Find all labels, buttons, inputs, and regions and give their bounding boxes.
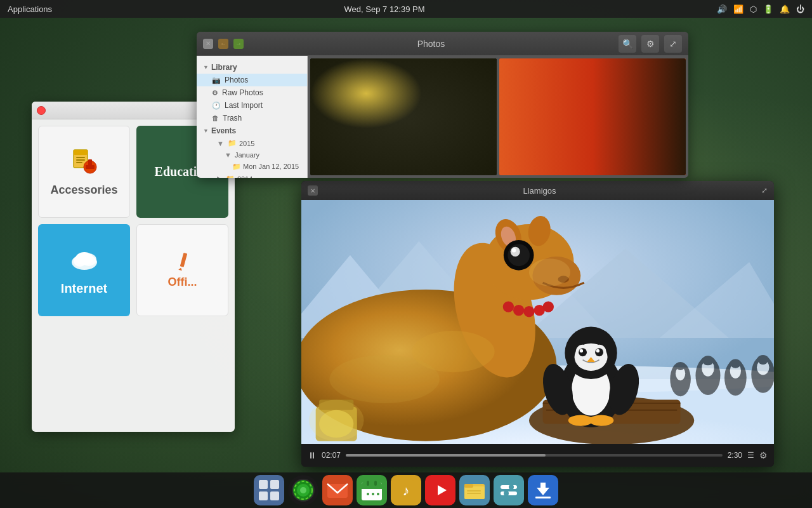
- sidebar-item-photos[interactable]: 📷 Photos: [197, 74, 307, 86]
- sidebar-trash-label: Trash: [223, 114, 242, 123]
- sidebar-events-header[interactable]: ▼ Events: [197, 124, 307, 137]
- sidebar-tree-2015[interactable]: ▼ 📁 2015: [197, 137, 307, 149]
- svg-rect-3: [76, 159, 85, 161]
- sidebar-raw-label: Raw Photos: [222, 88, 263, 97]
- dock-item-download[interactable]: [528, 475, 558, 505]
- video-settings-icon[interactable]: ⚙: [759, 450, 768, 460]
- app-tile-accessories[interactable]: Accessories: [38, 126, 130, 218]
- office-label: Offi...: [168, 276, 197, 289]
- svg-point-124: [529, 258, 570, 286]
- photos-forward-button[interactable]: →: [233, 39, 244, 49]
- video-scene: [301, 200, 774, 444]
- dock-item-mail[interactable]: [322, 475, 353, 505]
- photos-search-button[interactable]: 🔍: [619, 35, 636, 53]
- svg-point-43: [625, 147, 631, 154]
- dock-item-music[interactable]: ♪: [391, 475, 421, 505]
- photos-fullscreen-button[interactable]: ⤢: [664, 35, 682, 53]
- svg-point-77: [758, 356, 768, 364]
- sidebar-library-header[interactable]: ▼ Library: [197, 61, 307, 74]
- dock-item-browser[interactable]: [288, 475, 318, 505]
- svg-rect-38: [538, 86, 542, 99]
- dock-item-video[interactable]: [425, 475, 455, 505]
- browser-icon: [291, 478, 316, 503]
- photos-titlebar: ✕ ← → Photos 🔍 ⚙ ⤢: [197, 32, 688, 56]
- svg-rect-137: [362, 486, 382, 489]
- sidebar-tree-january[interactable]: ▼ January: [197, 149, 307, 161]
- svg-point-89: [508, 244, 530, 266]
- svg-point-99: [329, 355, 440, 403]
- sidebar-item-last-import[interactable]: 🕐 Last Import: [197, 99, 307, 112]
- sidebar-photos-label: Photos: [225, 76, 248, 84]
- photo-thumb-bike[interactable]: [499, 58, 686, 175]
- app-menu-close-button[interactable]: [37, 106, 46, 115]
- office-pencil-icon: [173, 251, 192, 271]
- svg-marker-13: [178, 267, 183, 271]
- svg-point-94: [513, 305, 524, 316]
- video-window: ✕ Llamigos ⤢: [301, 181, 774, 467]
- dock-item-files[interactable]: [459, 475, 490, 505]
- app-tile-internet[interactable]: Internet: [38, 224, 130, 316]
- video-pause-button[interactable]: ⏸: [308, 450, 317, 460]
- svg-point-18: [357, 83, 379, 102]
- dock-item-calendar[interactable]: [357, 475, 387, 505]
- svg-rect-128: [270, 491, 279, 500]
- svg-rect-4: [76, 162, 82, 163]
- video-expand-button[interactable]: ⤢: [761, 186, 768, 195]
- notification-icon[interactable]: 🔔: [780, 4, 790, 14]
- mail-icon: [326, 479, 349, 502]
- svg-point-25: [420, 129, 438, 147]
- photos-body: ▼ Library 📷 Photos ⚙ Raw Photos 🕐 Last I…: [197, 56, 688, 178]
- video-close-button[interactable]: ✕: [308, 185, 318, 196]
- sidebar-item-trash[interactable]: 🗑 Trash: [197, 112, 307, 124]
- svg-rect-7: [86, 165, 95, 169]
- photo-thumb-flowers[interactable]: [310, 58, 497, 175]
- power-icon[interactable]: ⏻: [796, 4, 804, 14]
- bluetooth-icon[interactable]: ⬡: [750, 4, 757, 14]
- svg-rect-152: [499, 480, 519, 500]
- sidebar-tree-2014[interactable]: ▶ 📁 2014: [197, 173, 307, 178]
- svg-line-49: [638, 127, 641, 131]
- svg-point-24: [432, 123, 452, 144]
- svg-point-95: [523, 306, 534, 317]
- svg-point-37: [596, 123, 601, 128]
- dock-item-window-switcher[interactable]: [254, 475, 284, 505]
- applications-menu-label[interactable]: Applications: [8, 4, 52, 14]
- sidebar-tree-jan12[interactable]: 📁 Mon Jan 12, 2015: [197, 161, 307, 173]
- svg-rect-33: [560, 80, 605, 164]
- svg-rect-127: [259, 491, 268, 500]
- svg-point-21: [388, 122, 478, 161]
- svg-rect-32: [557, 77, 608, 167]
- photos-close-button[interactable]: ✕: [203, 39, 213, 49]
- video-volume-icon[interactable]: ☰: [747, 451, 754, 460]
- sidebar-item-raw-photos[interactable]: ⚙ Raw Photos: [197, 86, 307, 99]
- svg-rect-14: [310, 58, 497, 175]
- svg-rect-1: [74, 150, 88, 155]
- photos-sidebar: ▼ Library 📷 Photos ⚙ Raw Photos 🕐 Last I…: [197, 56, 308, 178]
- settings-toggle-icon: [497, 479, 520, 502]
- svg-line-51: [641, 127, 644, 131]
- battery-icon[interactable]: 🔋: [763, 4, 773, 14]
- sidebar-last-import-label: Last Import: [225, 101, 263, 110]
- svg-point-69: [702, 357, 713, 365]
- svg-line-46: [628, 131, 641, 150]
- wifi-icon[interactable]: 📶: [733, 4, 743, 14]
- video-progress-bar[interactable]: [346, 454, 723, 457]
- app-tile-office[interactable]: Offi...: [136, 224, 228, 316]
- last-import-icon: 🕐: [212, 102, 221, 110]
- video-icon: [429, 479, 452, 502]
- video-title: Llamigos: [523, 186, 556, 196]
- svg-point-41: [633, 80, 646, 89]
- tree-jan-arrow: ▼: [225, 151, 232, 159]
- taskbar: ♪: [0, 472, 812, 508]
- svg-point-15: [343, 93, 381, 125]
- svg-point-140: [377, 493, 379, 495]
- svg-point-132: [300, 487, 306, 493]
- events-label: Events: [211, 126, 236, 135]
- volume-icon[interactable]: 🔊: [717, 4, 727, 14]
- photos-settings-button[interactable]: ⚙: [641, 35, 659, 53]
- svg-rect-151: [467, 493, 481, 494]
- dock-item-settings[interactable]: [494, 475, 524, 505]
- photos-back-button[interactable]: ←: [218, 39, 228, 49]
- library-chevron-icon: ▼: [203, 64, 209, 70]
- svg-point-112: [595, 348, 603, 356]
